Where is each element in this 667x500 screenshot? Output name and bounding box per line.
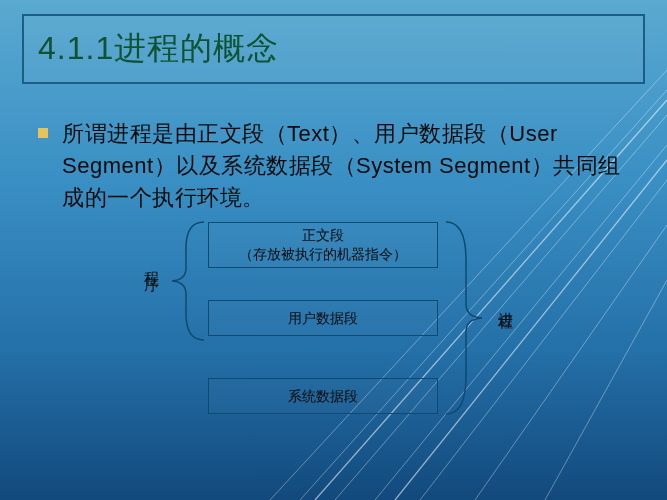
paragraph: 所谓进程是由正文段（Text）、用户数据段（User Segment）以及系统数…: [62, 118, 629, 214]
segment-system-box: 系统数据段: [208, 378, 438, 414]
seg1-line1: 正文段: [302, 226, 344, 245]
seg3-text: 系统数据段: [288, 387, 358, 406]
bullet-icon: [38, 128, 48, 138]
bullet-row: 所谓进程是由正文段（Text）、用户数据段（User Segment）以及系统数…: [38, 118, 629, 214]
diagram: 程序 正文段 （存放被执行的机器指令） 用户数据段 系统数据段 进程: [130, 222, 560, 472]
title-box: 4.1.1进程的概念: [22, 14, 645, 84]
segment-text-box: 正文段 （存放被执行的机器指令）: [208, 222, 438, 268]
body: 所谓进程是由正文段（Text）、用户数据段（User Segment）以及系统数…: [38, 118, 629, 214]
seg2-text: 用户数据段: [288, 309, 358, 328]
svg-line-6: [545, 280, 667, 500]
left-brace-label: 程序: [142, 260, 161, 268]
slide: 4.1.1进程的概念 所谓进程是由正文段（Text）、用户数据段（User Se…: [0, 0, 667, 500]
segment-user-box: 用户数据段: [208, 300, 438, 336]
seg1-line2: （存放被执行的机器指令）: [239, 245, 407, 264]
brace-left-icon: [168, 220, 206, 342]
right-brace-label: 进程: [496, 300, 515, 308]
slide-title: 4.1.1进程的概念: [38, 27, 279, 71]
brace-right-icon: [442, 220, 486, 418]
